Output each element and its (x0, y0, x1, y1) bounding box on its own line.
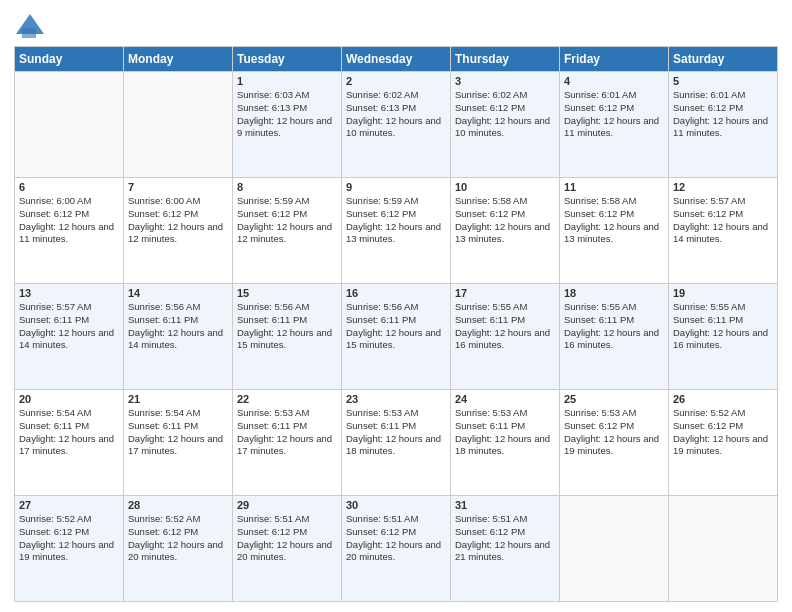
page: SundayMondayTuesdayWednesdayThursdayFrid… (0, 0, 792, 612)
weekday-tuesday: Tuesday (233, 47, 342, 72)
day-number: 4 (564, 75, 664, 87)
day-number: 2 (346, 75, 446, 87)
day-number: 11 (564, 181, 664, 193)
day-info: Sunrise: 5:51 AM Sunset: 6:12 PM Dayligh… (346, 513, 446, 564)
day-cell: 12Sunrise: 5:57 AM Sunset: 6:12 PM Dayli… (669, 178, 778, 284)
weekday-thursday: Thursday (451, 47, 560, 72)
day-cell: 23Sunrise: 5:53 AM Sunset: 6:11 PM Dayli… (342, 390, 451, 496)
day-number: 14 (128, 287, 228, 299)
day-number: 26 (673, 393, 773, 405)
day-cell: 8Sunrise: 5:59 AM Sunset: 6:12 PM Daylig… (233, 178, 342, 284)
day-info: Sunrise: 5:52 AM Sunset: 6:12 PM Dayligh… (128, 513, 228, 564)
weekday-friday: Friday (560, 47, 669, 72)
day-cell: 22Sunrise: 5:53 AM Sunset: 6:11 PM Dayli… (233, 390, 342, 496)
day-cell: 15Sunrise: 5:56 AM Sunset: 6:11 PM Dayli… (233, 284, 342, 390)
day-cell: 18Sunrise: 5:55 AM Sunset: 6:11 PM Dayli… (560, 284, 669, 390)
logo-area (14, 10, 44, 38)
day-number: 5 (673, 75, 773, 87)
day-info: Sunrise: 5:56 AM Sunset: 6:11 PM Dayligh… (128, 301, 228, 352)
day-number: 30 (346, 499, 446, 511)
day-info: Sunrise: 5:53 AM Sunset: 6:11 PM Dayligh… (455, 407, 555, 458)
day-number: 12 (673, 181, 773, 193)
day-info: Sunrise: 6:02 AM Sunset: 6:12 PM Dayligh… (455, 89, 555, 140)
day-info: Sunrise: 5:59 AM Sunset: 6:12 PM Dayligh… (237, 195, 337, 246)
day-number: 10 (455, 181, 555, 193)
day-cell: 13Sunrise: 5:57 AM Sunset: 6:11 PM Dayli… (15, 284, 124, 390)
day-number: 31 (455, 499, 555, 511)
day-info: Sunrise: 5:59 AM Sunset: 6:12 PM Dayligh… (346, 195, 446, 246)
weekday-wednesday: Wednesday (342, 47, 451, 72)
day-number: 25 (564, 393, 664, 405)
header (14, 10, 778, 38)
day-number: 22 (237, 393, 337, 405)
day-number: 1 (237, 75, 337, 87)
day-info: Sunrise: 5:58 AM Sunset: 6:12 PM Dayligh… (564, 195, 664, 246)
day-info: Sunrise: 5:58 AM Sunset: 6:12 PM Dayligh… (455, 195, 555, 246)
day-cell: 17Sunrise: 5:55 AM Sunset: 6:11 PM Dayli… (451, 284, 560, 390)
day-cell: 25Sunrise: 5:53 AM Sunset: 6:12 PM Dayli… (560, 390, 669, 496)
day-cell: 20Sunrise: 5:54 AM Sunset: 6:11 PM Dayli… (15, 390, 124, 496)
day-number: 3 (455, 75, 555, 87)
day-cell: 9Sunrise: 5:59 AM Sunset: 6:12 PM Daylig… (342, 178, 451, 284)
day-cell: 3Sunrise: 6:02 AM Sunset: 6:12 PM Daylig… (451, 72, 560, 178)
day-info: Sunrise: 6:03 AM Sunset: 6:13 PM Dayligh… (237, 89, 337, 140)
day-number: 13 (19, 287, 119, 299)
day-cell: 1Sunrise: 6:03 AM Sunset: 6:13 PM Daylig… (233, 72, 342, 178)
day-number: 27 (19, 499, 119, 511)
week-row-1: 6Sunrise: 6:00 AM Sunset: 6:12 PM Daylig… (15, 178, 778, 284)
day-cell (560, 496, 669, 602)
day-info: Sunrise: 5:55 AM Sunset: 6:11 PM Dayligh… (455, 301, 555, 352)
day-info: Sunrise: 5:57 AM Sunset: 6:12 PM Dayligh… (673, 195, 773, 246)
day-info: Sunrise: 6:00 AM Sunset: 6:12 PM Dayligh… (19, 195, 119, 246)
week-row-2: 13Sunrise: 5:57 AM Sunset: 6:11 PM Dayli… (15, 284, 778, 390)
day-number: 23 (346, 393, 446, 405)
day-cell: 31Sunrise: 5:51 AM Sunset: 6:12 PM Dayli… (451, 496, 560, 602)
day-info: Sunrise: 5:56 AM Sunset: 6:11 PM Dayligh… (346, 301, 446, 352)
day-cell: 26Sunrise: 5:52 AM Sunset: 6:12 PM Dayli… (669, 390, 778, 496)
day-number: 18 (564, 287, 664, 299)
day-number: 24 (455, 393, 555, 405)
svg-marker-1 (22, 28, 36, 38)
weekday-sunday: Sunday (15, 47, 124, 72)
day-number: 20 (19, 393, 119, 405)
weekday-monday: Monday (124, 47, 233, 72)
day-info: Sunrise: 5:57 AM Sunset: 6:11 PM Dayligh… (19, 301, 119, 352)
day-number: 19 (673, 287, 773, 299)
day-number: 7 (128, 181, 228, 193)
day-cell: 5Sunrise: 6:01 AM Sunset: 6:12 PM Daylig… (669, 72, 778, 178)
day-info: Sunrise: 5:55 AM Sunset: 6:11 PM Dayligh… (564, 301, 664, 352)
week-row-4: 27Sunrise: 5:52 AM Sunset: 6:12 PM Dayli… (15, 496, 778, 602)
day-cell: 24Sunrise: 5:53 AM Sunset: 6:11 PM Dayli… (451, 390, 560, 496)
day-cell: 2Sunrise: 6:02 AM Sunset: 6:13 PM Daylig… (342, 72, 451, 178)
day-cell: 29Sunrise: 5:51 AM Sunset: 6:12 PM Dayli… (233, 496, 342, 602)
day-info: Sunrise: 5:51 AM Sunset: 6:12 PM Dayligh… (237, 513, 337, 564)
day-cell: 27Sunrise: 5:52 AM Sunset: 6:12 PM Dayli… (15, 496, 124, 602)
day-cell: 11Sunrise: 5:58 AM Sunset: 6:12 PM Dayli… (560, 178, 669, 284)
calendar-table: SundayMondayTuesdayWednesdayThursdayFrid… (14, 46, 778, 602)
day-info: Sunrise: 5:52 AM Sunset: 6:12 PM Dayligh… (19, 513, 119, 564)
day-cell: 4Sunrise: 6:01 AM Sunset: 6:12 PM Daylig… (560, 72, 669, 178)
day-number: 29 (237, 499, 337, 511)
day-cell (669, 496, 778, 602)
day-info: Sunrise: 6:00 AM Sunset: 6:12 PM Dayligh… (128, 195, 228, 246)
day-info: Sunrise: 5:51 AM Sunset: 6:12 PM Dayligh… (455, 513, 555, 564)
day-cell: 28Sunrise: 5:52 AM Sunset: 6:12 PM Dayli… (124, 496, 233, 602)
day-info: Sunrise: 6:01 AM Sunset: 6:12 PM Dayligh… (564, 89, 664, 140)
logo-icon (16, 14, 44, 38)
day-info: Sunrise: 5:54 AM Sunset: 6:11 PM Dayligh… (19, 407, 119, 458)
weekday-header-row: SundayMondayTuesdayWednesdayThursdayFrid… (15, 47, 778, 72)
day-number: 28 (128, 499, 228, 511)
day-cell: 30Sunrise: 5:51 AM Sunset: 6:12 PM Dayli… (342, 496, 451, 602)
day-number: 6 (19, 181, 119, 193)
day-info: Sunrise: 5:56 AM Sunset: 6:11 PM Dayligh… (237, 301, 337, 352)
day-info: Sunrise: 6:01 AM Sunset: 6:12 PM Dayligh… (673, 89, 773, 140)
week-row-0: 1Sunrise: 6:03 AM Sunset: 6:13 PM Daylig… (15, 72, 778, 178)
day-cell: 19Sunrise: 5:55 AM Sunset: 6:11 PM Dayli… (669, 284, 778, 390)
day-cell: 6Sunrise: 6:00 AM Sunset: 6:12 PM Daylig… (15, 178, 124, 284)
day-number: 8 (237, 181, 337, 193)
day-info: Sunrise: 5:53 AM Sunset: 6:11 PM Dayligh… (346, 407, 446, 458)
day-number: 15 (237, 287, 337, 299)
day-number: 17 (455, 287, 555, 299)
week-row-3: 20Sunrise: 5:54 AM Sunset: 6:11 PM Dayli… (15, 390, 778, 496)
day-cell: 16Sunrise: 5:56 AM Sunset: 6:11 PM Dayli… (342, 284, 451, 390)
